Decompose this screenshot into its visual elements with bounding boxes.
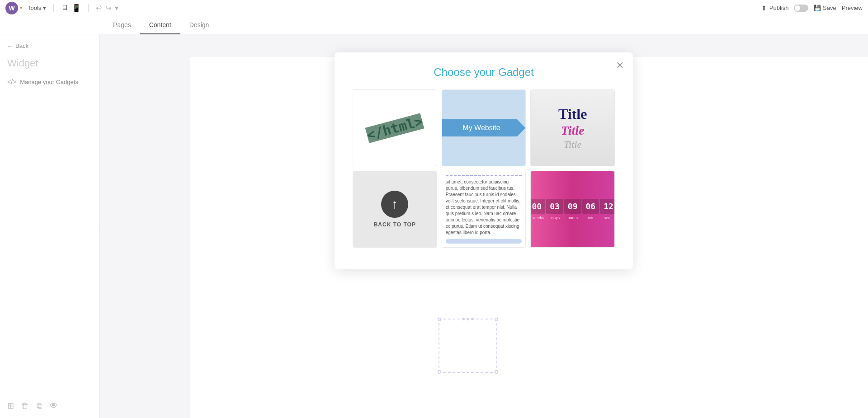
countdown-tile-min: 06	[582, 199, 599, 214]
modal-overlay: ✕ Choose your Gadget </html> My Website	[99, 34, 868, 418]
scroll-text-scrollbar[interactable]	[446, 239, 522, 244]
logo-w-icon: W	[5, 2, 18, 14]
desktop-icon[interactable]: 🖥	[61, 4, 68, 12]
countdown-label-weeks: weeks	[530, 216, 546, 220]
html-gadget-preview: </html>	[365, 113, 425, 143]
separator	[53, 4, 54, 12]
gadget-card-banner[interactable]: My Website	[442, 89, 526, 166]
countdown-tile-days: 03	[546, 199, 563, 214]
choose-gadget-modal: ✕ Choose your Gadget </html> My Website	[335, 52, 633, 269]
gadget-card-scroll-text[interactable]: sit amet, consectetur adipiscing purus, …	[442, 171, 526, 248]
back-to-top-gadget-preview: ↑ BACK TO TOP	[353, 171, 437, 247]
back-label: BACK TO TOP	[374, 221, 416, 228]
sidebar-bottom-actions: ⊞ 🗑 ⧉ 👁	[0, 401, 99, 411]
topbar: W ▾ Tools ▾ 🖥 📱 ↩ ↪ ▾ ⬆ Publish 💾 Save P…	[0, 0, 868, 16]
tab-design[interactable]: Design	[180, 16, 218, 34]
countdown-tile-hours: 09	[564, 199, 581, 214]
save-button[interactable]: 💾 Save	[814, 5, 836, 11]
countdown-gadget-preview: 00 03 09 06 12 weeks days hours min sec	[531, 171, 614, 247]
publish-icon: ⬆	[761, 5, 767, 12]
back-label: Back	[15, 42, 28, 49]
tab-content[interactable]: Content	[140, 16, 180, 34]
title-line-3: Title	[564, 139, 581, 150]
preview-button[interactable]: Preview	[842, 5, 863, 11]
redo-button[interactable]: ↪	[105, 4, 111, 12]
nav-tabs: Pages Content Design	[0, 16, 868, 34]
visibility-icon[interactable]: 👁	[50, 401, 58, 411]
sidebar-title: Widget	[0, 56, 99, 75]
countdown-label-hours: hours	[565, 216, 581, 220]
gadget-card-countdown[interactable]: 00 03 09 06 12 weeks days hours min sec	[530, 171, 615, 248]
preview-label: Preview	[842, 5, 863, 11]
sidebar: ← Back Widget </> Manage your Gadgets ‹ …	[0, 34, 99, 418]
banner-gadget-preview: My Website	[442, 90, 526, 166]
banner-ribbon: My Website	[442, 119, 526, 136]
countdown-label-days: days	[547, 216, 564, 220]
countdown-label-sec: sec	[599, 216, 615, 220]
scroll-text-top-border	[446, 175, 522, 176]
gadget-card-html[interactable]: </html>	[353, 89, 437, 166]
countdown-tile-weeks: 00	[530, 199, 545, 214]
countdown-tiles-row: 00 03 09 06 12	[530, 199, 615, 214]
undo-button[interactable]: ↩	[96, 4, 102, 12]
title-line-1: Title	[558, 106, 587, 122]
separator2	[88, 4, 89, 12]
main-canvas-area: ✕ Choose your Gadget </html> My Website	[99, 34, 868, 418]
countdown-labels-row: weeks days hours min sec	[530, 216, 615, 220]
tools-chevron-icon: ▾	[43, 5, 46, 11]
floppy-icon: 💾	[814, 5, 821, 11]
back-button[interactable]: ← Back	[0, 40, 99, 52]
history-chevron[interactable]: ▾	[115, 4, 118, 12]
tools-menu[interactable]: Tools ▾	[28, 5, 46, 11]
modal-close-button[interactable]: ✕	[616, 60, 624, 71]
manage-gadgets-label: Manage your Gadgets	[20, 79, 78, 85]
scroll-text-gadget-preview: sit amet, consectetur adipiscing purus, …	[442, 171, 526, 247]
sidebar-item-manage-gadgets[interactable]: </> Manage your Gadgets	[0, 75, 99, 89]
layers-icon[interactable]: ⧉	[37, 401, 42, 411]
title-gadget-preview: Title Title Title	[531, 90, 614, 166]
publish-button[interactable]: ⬆ Publish	[761, 5, 789, 12]
add-widget-icon[interactable]: ⊞	[7, 401, 14, 411]
save-label: Save	[823, 5, 836, 11]
gadget-card-back-to-top[interactable]: ↑ BACK TO TOP	[353, 171, 437, 248]
back-arrow-up-icon: ↑	[392, 197, 398, 211]
gadget-grid: </html> My Website Title Title Title	[353, 89, 615, 248]
gadget-card-title[interactable]: Title Title Title	[530, 89, 615, 166]
logo-chevron-icon[interactable]: ▾	[20, 5, 22, 10]
tools-label[interactable]: Tools	[28, 5, 41, 11]
countdown-label-min: min	[582, 216, 598, 220]
back-circle: ↑	[381, 191, 408, 218]
delete-widget-icon[interactable]: 🗑	[21, 401, 29, 411]
publish-toggle[interactable]	[794, 5, 808, 12]
undo-redo-group: ↩ ↪ ▾	[96, 4, 118, 12]
scroll-text-body: sit amet, consectetur adipiscing purus, …	[446, 179, 522, 236]
tab-pages[interactable]: Pages	[104, 16, 140, 34]
publish-label: Publish	[769, 5, 789, 11]
mobile-icon[interactable]: 📱	[72, 4, 81, 12]
countdown-tile-sec: 12	[600, 199, 615, 214]
topbar-right: ⬆ Publish 💾 Save Preview	[761, 5, 863, 12]
title-line-2: Title	[561, 123, 585, 138]
modal-title: Choose your Gadget	[353, 66, 615, 79]
logo[interactable]: W ▾	[5, 2, 22, 14]
code-icon: </>	[7, 78, 16, 85]
device-switcher: 🖥 📱	[61, 4, 81, 12]
back-arrow-icon: ←	[7, 43, 13, 49]
